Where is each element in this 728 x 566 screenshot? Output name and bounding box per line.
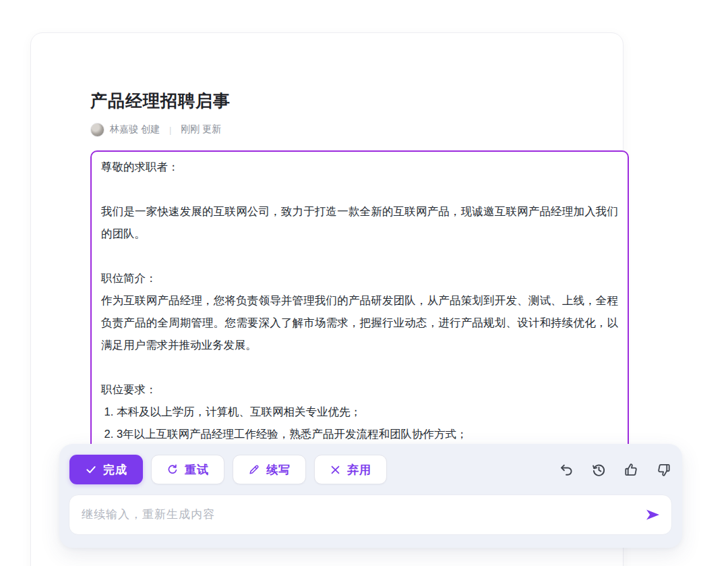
- refresh-icon: [166, 463, 179, 476]
- retry-button[interactable]: 重试: [151, 455, 224, 484]
- thumbs-up-icon[interactable]: [623, 461, 639, 478]
- history-icon[interactable]: [590, 461, 607, 478]
- thumbs-down-icon[interactable]: [655, 461, 671, 478]
- discard-button-label: 弃用: [347, 462, 371, 478]
- content-paragraph: 2. 3年以上互联网产品经理工作经验，熟悉产品开发流程和团队协作方式；: [101, 423, 618, 445]
- content-paragraph: 我们是一家快速发展的互联网公司，致力于打造一款全新的互联网产品，现诚邀互联网产品…: [101, 200, 618, 245]
- ai-toolbar: 完成 重试 续写: [69, 455, 671, 484]
- content-blank-line: [101, 245, 618, 267]
- send-icon[interactable]: [638, 500, 667, 530]
- byline-author: 林嘉骏 创建: [110, 123, 160, 136]
- document-content: 尊敬的求职者： 我们是一家快速发展的互联网公司，致力于打造一款全新的互联网产品，…: [92, 152, 628, 490]
- retry-button-label: 重试: [185, 462, 209, 478]
- done-button[interactable]: 完成: [69, 455, 143, 484]
- discard-button[interactable]: 弃用: [314, 455, 387, 484]
- content-paragraph: 1. 本科及以上学历，计算机、互联网相关专业优先；: [101, 401, 618, 423]
- content-paragraph: 职位简介：: [101, 267, 618, 289]
- content-paragraph: 职位要求：: [101, 378, 618, 401]
- feedback-actions: [558, 461, 671, 478]
- pencil-icon: [248, 463, 260, 476]
- continue-writing-button[interactable]: 续写: [233, 455, 306, 484]
- avatar: [90, 123, 104, 137]
- content-paragraph: 尊敬的求职者：: [101, 156, 618, 178]
- undo-icon[interactable]: [558, 461, 574, 478]
- page-title: 产品经理招聘启事: [90, 90, 231, 112]
- content-blank-line: [101, 178, 618, 200]
- continue-writing-button-label: 续写: [266, 462, 291, 478]
- byline: 林嘉骏 创建 | 刚刚 更新: [90, 122, 221, 137]
- x-icon: [330, 464, 341, 476]
- byline-divider: |: [169, 125, 171, 135]
- content-paragraph: 作为互联网产品经理，您将负责领导并管理我们的产品研发团队，从产品策划到开发、测试…: [101, 289, 618, 356]
- done-button-label: 完成: [103, 462, 127, 478]
- ai-assistant-panel: 完成 重试 续写: [59, 444, 682, 548]
- byline-updated: 刚刚 更新: [181, 123, 221, 136]
- content-blank-line: [101, 356, 618, 378]
- check-icon: [85, 463, 97, 476]
- app-window: 产品经理招聘启事 林嘉骏 创建 | 刚刚 更新 尊敬的求职者： 我们是一家快速发…: [0, 0, 728, 566]
- ai-prompt-input[interactable]: [69, 508, 638, 521]
- ai-input-row: [69, 494, 672, 535]
